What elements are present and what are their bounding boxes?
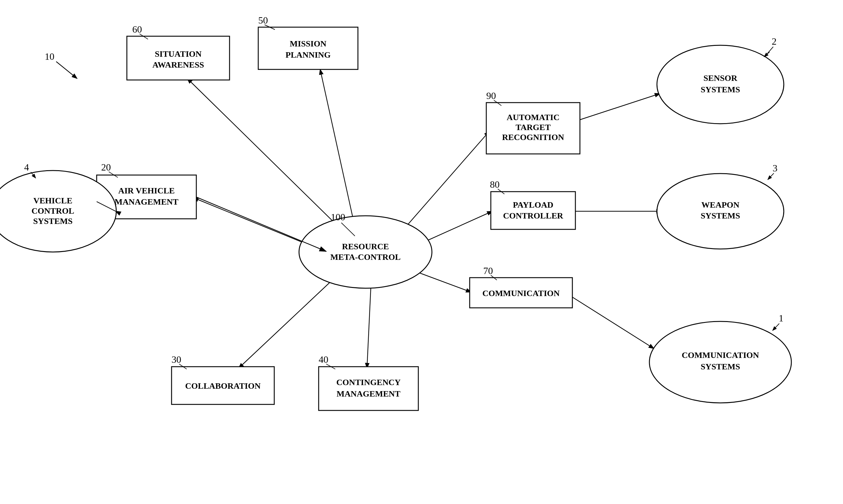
comm-systems-label-2: SYSTEMS	[701, 362, 740, 371]
payload-label-1: PAYLOAD	[513, 200, 553, 210]
air-vehicle-label-2: MANAGEMENT	[115, 197, 178, 206]
contingency-label-1: CONTINGENCY	[336, 378, 400, 387]
ref-1-arr	[773, 324, 779, 330]
atr-label-1: AUTOMATIC	[507, 112, 560, 122]
mission-label-1: MISSION	[290, 39, 326, 48]
ref-100: 100	[331, 212, 345, 222]
line-sensor	[577, 93, 660, 121]
center-ellipse	[299, 216, 432, 288]
vehicle-ctrl-label-1: VEHICLE	[33, 196, 72, 205]
ref-40: 40	[319, 354, 328, 365]
contingency-rect	[319, 367, 418, 411]
payload-label-2: CONTROLLER	[503, 211, 563, 220]
ref-70: 70	[483, 265, 493, 276]
vehicle-ctrl-label-3: SYSTEMS	[33, 216, 73, 226]
mission-label-2: PLANNING	[286, 50, 331, 59]
situation-label-1: SITUATION	[155, 49, 202, 58]
center-label-2: META-CONTROL	[330, 252, 401, 262]
ref-3-arr	[768, 173, 774, 180]
vehicle-ctrl-label-2: CONTROL	[31, 206, 74, 215]
payload-rect	[491, 192, 575, 229]
atr-label-3: RECOGNITION	[502, 132, 564, 142]
diagram: RESOURCE META-CONTROL 100 SITUATION AWAR…	[0, 0, 843, 504]
line-mission	[320, 69, 357, 234]
ref-50: 50	[258, 15, 268, 26]
sensor-label-2: SYSTEMS	[701, 85, 740, 94]
weapon-label-1: WEAPON	[701, 200, 739, 210]
ref-2-arr	[764, 52, 770, 57]
situation-label-2: AWARENESS	[152, 60, 204, 69]
ref-80: 80	[490, 179, 500, 190]
sensor-ellipse	[657, 45, 784, 124]
line-atr	[396, 131, 489, 238]
weapon-label-2: SYSTEMS	[701, 211, 740, 220]
air-vehicle-label-1: AIR VEHICLE	[118, 186, 175, 195]
ref-20: 20	[101, 162, 111, 173]
comm-systems-label-1: COMMUNICATION	[682, 350, 759, 360]
ref-4: 4	[24, 162, 29, 173]
contingency-label-2: MANAGEMENT	[337, 389, 400, 398]
ref-60: 60	[132, 24, 142, 35]
sensor-label-1: SENSOR	[703, 73, 738, 83]
center-label-1: RESOURCE	[342, 242, 389, 251]
ref-2: 2	[772, 36, 777, 47]
ref-2-line	[767, 47, 773, 54]
ref-1: 1	[779, 313, 784, 324]
ref-10-arr	[56, 61, 77, 78]
ref-30: 30	[172, 354, 181, 365]
atr-label-2: TARGET	[516, 123, 551, 132]
line-air-vehicle-bidirect	[196, 197, 326, 251]
line-collaboration	[239, 272, 341, 368]
line-situation	[187, 78, 347, 235]
line-comm-systems	[568, 294, 654, 348]
collab-label: COLLABORATION	[185, 381, 261, 391]
ref-10: 10	[45, 51, 54, 62]
ref-3: 3	[773, 163, 777, 174]
comm-label: COMMUNICATION	[482, 289, 560, 298]
ref-90: 90	[486, 90, 496, 101]
